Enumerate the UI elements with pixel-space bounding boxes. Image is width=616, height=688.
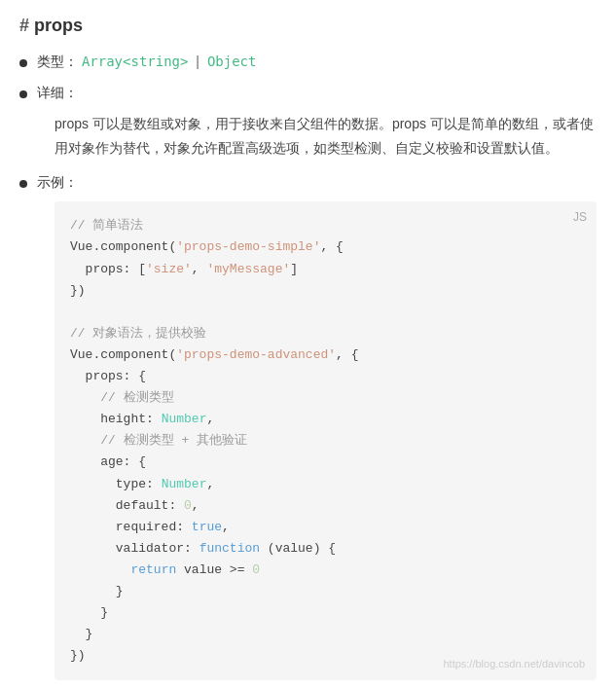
detail-section: 详细： props 可以是数组或对象，用于接收来自父组件的数据。props 可以… xyxy=(19,85,597,161)
code-line-7: Vue.component('props-demo-advanced', { xyxy=(70,344,581,366)
type-array: Array<string> | Object xyxy=(82,54,257,69)
bullet-dot-2 xyxy=(19,91,27,98)
title-hash: # xyxy=(19,16,29,35)
code-line-4: }) xyxy=(70,280,581,302)
example-content: 示例： JS // 简单语法 Vue.component('props-demo… xyxy=(37,174,597,680)
code-line-2: Vue.component('props-demo-simple', { xyxy=(70,236,581,258)
page-title: # props xyxy=(19,16,597,36)
code-line-5 xyxy=(70,302,581,323)
detail-content: 详细： props 可以是数组或对象，用于接收来自父组件的数据。props 可以… xyxy=(37,85,597,161)
code-line-14: default: 0, xyxy=(70,495,581,517)
code-line-16: validator: function (value) { xyxy=(70,538,581,560)
detail-label: 详细： xyxy=(37,85,78,100)
example-section: 示例： JS // 简单语法 Vue.component('props-demo… xyxy=(19,174,597,680)
code-line-6: // 对象语法，提供校验 xyxy=(70,323,581,344)
bullet-dot-3 xyxy=(19,180,27,188)
code-line-19: } xyxy=(70,602,581,624)
code-line-1: // 简单语法 xyxy=(70,215,581,236)
code-line-3: props: ['size', 'myMessage'] xyxy=(70,259,581,280)
code-line-11: // 检测类型 + 其他验证 xyxy=(70,430,581,452)
code-block: JS // 简单语法 Vue.component('props-demo-sim… xyxy=(54,201,597,680)
watermark: https://blog.csdn.net/davincob xyxy=(443,655,585,673)
code-line-15: required: true, xyxy=(70,517,581,538)
example-label: 示例： xyxy=(37,174,78,190)
code-line-9: // 检测类型 xyxy=(70,387,581,409)
code-line-8: props: { xyxy=(70,366,581,387)
bullet-dot xyxy=(19,59,27,67)
type-content: 类型： Array<string> | Object xyxy=(37,54,256,71)
code-line-20: } xyxy=(70,624,581,645)
code-line-17: return value >= 0 xyxy=(70,560,581,581)
code-line-13: type: Number, xyxy=(70,474,581,495)
type-section: 类型： Array<string> | Object xyxy=(19,54,597,71)
type-label: 类型： xyxy=(37,54,78,69)
code-line-12: age: { xyxy=(70,452,581,473)
code-line-10: height: Number, xyxy=(70,409,581,430)
lang-badge: JS xyxy=(573,207,587,227)
code-line-18: } xyxy=(70,581,581,602)
detail-description: props 可以是数组或对象，用于接收来自父组件的数据。props 可以是简单的… xyxy=(54,112,597,161)
